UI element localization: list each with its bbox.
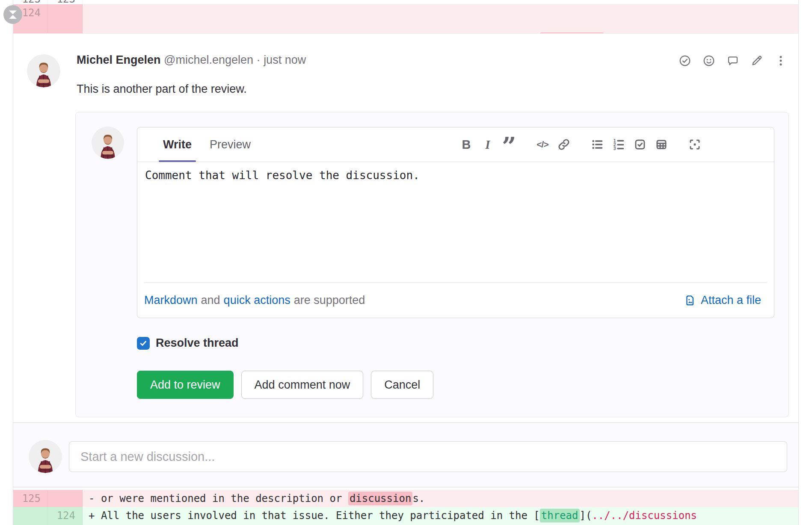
new-line-number: 124 bbox=[57, 510, 75, 522]
reply-form: Write Preview B I ” </> bbox=[75, 112, 789, 417]
diff-row-previous: 123 123 bbox=[13, 0, 798, 4]
discussion-thread-card: Michel Engelen @michel.engelen · just no… bbox=[13, 33, 798, 422]
markdown-link[interactable]: Markdown bbox=[144, 294, 198, 307]
new-discussion-input[interactable] bbox=[69, 441, 787, 472]
attach-file-label: Attach a file bbox=[701, 294, 761, 307]
timestamp[interactable]: just now bbox=[264, 53, 306, 66]
edit-pencil-icon[interactable] bbox=[750, 54, 763, 67]
editor-tabbar: Write Preview B I ” </> bbox=[137, 127, 774, 162]
old-line-number: 123 bbox=[22, 0, 41, 4]
avatar bbox=[29, 440, 62, 473]
code-text: + All the users involved in that issue. … bbox=[89, 510, 540, 522]
fullscreen-icon[interactable] bbox=[686, 136, 703, 153]
quote-icon[interactable]: ” bbox=[501, 136, 518, 153]
attach-file-button[interactable]: Attach a file bbox=[684, 294, 761, 307]
tab-write[interactable]: Write bbox=[159, 127, 196, 162]
collapse-diff-icon[interactable] bbox=[3, 5, 22, 24]
comment-actions bbox=[679, 54, 787, 67]
code-text: ]( bbox=[580, 510, 592, 522]
code-icon[interactable]: </> bbox=[534, 136, 551, 153]
numbered-list-icon[interactable]: 123 bbox=[610, 136, 627, 153]
separator-dot: · bbox=[257, 53, 261, 66]
table-icon[interactable] bbox=[653, 136, 670, 153]
new-line-number: 123 bbox=[57, 0, 75, 4]
task-list-icon[interactable] bbox=[631, 136, 649, 153]
note-text: are supported bbox=[294, 294, 365, 307]
add-to-review-button[interactable]: Add to review bbox=[137, 371, 234, 399]
code-url-text: ../../discussions bbox=[592, 510, 697, 522]
new-line-number-gutter bbox=[48, 490, 83, 507]
link-icon[interactable] bbox=[555, 136, 572, 153]
markdown-editor: Write Preview B I ” </> bbox=[137, 127, 774, 318]
old-line-number-gutter: 123 bbox=[13, 0, 48, 4]
diff-row-removed-125[interactable]: 125 - or were mentioned in the descripti… bbox=[13, 490, 798, 507]
resolve-thread-checkbox[interactable] bbox=[137, 337, 150, 350]
code-text: - or were mentioned in the description o… bbox=[89, 493, 348, 504]
old-line-number: 124 bbox=[22, 7, 41, 19]
code-text: s. bbox=[412, 493, 425, 504]
resolve-thread-label[interactable]: Resolve thread bbox=[156, 336, 239, 350]
italic-icon[interactable]: I bbox=[479, 136, 496, 153]
comment-header: Michel Engelen @michel.engelen · just no… bbox=[77, 53, 306, 67]
editor-toolbar: B I ” </> 123 bbox=[458, 136, 703, 153]
comment-textarea[interactable]: Comment that will resolve the discussion… bbox=[137, 162, 774, 282]
markdown-support-note: Markdown and quick actions are supported bbox=[144, 294, 365, 307]
check-icon bbox=[139, 339, 148, 348]
old-line-number: 125 bbox=[22, 493, 41, 504]
add-reaction-smiley-icon[interactable] bbox=[702, 54, 715, 67]
diff-code-cell bbox=[83, 0, 798, 4]
bulleted-list-icon[interactable] bbox=[589, 136, 606, 153]
diff-code-cell: + All the users involved in that issue. … bbox=[83, 507, 798, 525]
new-line-number-gutter bbox=[48, 4, 83, 33]
comment-body: This is another part of the review. bbox=[77, 83, 247, 96]
more-actions-ellipsis-icon[interactable] bbox=[774, 54, 787, 67]
avatar bbox=[92, 127, 124, 159]
diff-code-cell: - or were mentioned in the description o… bbox=[83, 490, 798, 507]
new-line-number-gutter: 123 bbox=[48, 0, 83, 4]
quick-actions-link[interactable]: quick actions bbox=[224, 294, 290, 307]
reply-comment-icon[interactable] bbox=[726, 54, 739, 67]
changed-word-highlight: thread bbox=[540, 509, 580, 522]
note-text: and bbox=[201, 294, 220, 307]
cancel-button[interactable]: Cancel bbox=[371, 371, 433, 399]
tab-preview[interactable]: Preview bbox=[205, 127, 255, 162]
diff-row-added-124[interactable]: 124 + All the users involved in that iss… bbox=[13, 507, 798, 525]
svg-text:3: 3 bbox=[613, 146, 616, 151]
diff-thread-frame: 123 123 124 - All the users involved in … bbox=[13, 0, 799, 525]
diff-code-cell: - All the users involved in that issue. … bbox=[83, 4, 798, 33]
resolve-thread-check-icon[interactable] bbox=[679, 54, 691, 67]
old-line-number-gutter[interactable]: 125 bbox=[13, 490, 48, 507]
resolve-thread-row: Resolve thread bbox=[137, 336, 239, 350]
changed-word-highlight: discussion bbox=[348, 492, 413, 505]
attach-file-icon bbox=[684, 294, 696, 307]
editor-footer: Markdown and quick actions are supported… bbox=[144, 282, 767, 318]
author-name[interactable]: Michel Engelen bbox=[77, 53, 161, 66]
diff-row-removed-124[interactable]: 124 - All the users involved in that iss… bbox=[13, 4, 798, 33]
old-line-number-gutter bbox=[13, 507, 48, 525]
form-buttons: Add to review Add comment now Cancel bbox=[137, 371, 433, 399]
avatar[interactable] bbox=[27, 54, 60, 88]
bold-icon[interactable]: B bbox=[458, 136, 475, 153]
author-handle[interactable]: @michel.engelen bbox=[164, 53, 253, 66]
add-comment-now-button[interactable]: Add comment now bbox=[241, 371, 364, 399]
new-line-number-gutter[interactable]: 124 bbox=[48, 507, 83, 525]
new-discussion-bar bbox=[13, 422, 798, 487]
